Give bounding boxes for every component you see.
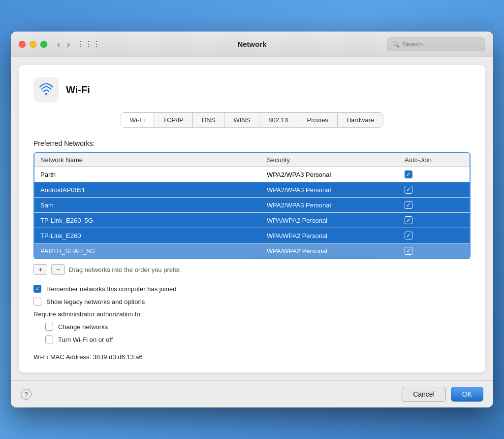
remove-network-button[interactable]: − — [51, 264, 65, 275]
wifi-icon-container — [33, 77, 59, 102]
checkmark-icon: ✓ — [406, 186, 411, 193]
security-value: WPA2/WPA3 Personal — [267, 186, 405, 194]
change-networks-checkbox[interactable] — [45, 323, 53, 331]
tab-hardware[interactable]: Hardware — [338, 113, 383, 127]
auto-join-checkbox[interactable]: ✓ — [405, 247, 412, 255]
mac-address-label: Wi-Fi MAC Address: 38:f9:d3:d6:13:a6 — [33, 353, 143, 361]
remember-networks-row: ✓ Remember networks this computer has jo… — [33, 285, 471, 293]
mac-address-row: Wi-Fi MAC Address: 38:f9:d3:d6:13:a6 — [33, 353, 471, 361]
checkmark-icon: ✓ — [406, 217, 411, 224]
table-row[interactable]: TP-Link_E260 WPA/WPA2 Personal ✓ — [34, 228, 470, 243]
remember-networks-label: Remember networks this computer has join… — [46, 285, 176, 293]
table-row[interactable]: PARTH_SHAH_5G WPA/WPA2 Personal ✓ — [34, 243, 470, 258]
network-name: TP-Link_E260_5G — [40, 217, 267, 224]
turn-wifi-checkbox[interactable] — [45, 336, 53, 343]
ok-button[interactable]: OK — [451, 387, 483, 402]
tab-wins[interactable]: WINS — [224, 113, 259, 127]
wifi-title: Wi-Fi — [66, 84, 90, 96]
drag-hint: Drag networks into the order you prefer. — [69, 266, 182, 273]
add-network-button[interactable]: + — [33, 264, 47, 275]
nav-buttons: ‹ › — [55, 40, 72, 49]
back-button[interactable]: ‹ — [55, 40, 62, 49]
table-row[interactable]: TP-Link_E260_5G WPA/WPA2 Personal ✓ — [34, 213, 470, 228]
forward-button[interactable]: › — [65, 40, 72, 49]
show-legacy-label: Show legacy networks and options — [46, 298, 145, 305]
admin-options: Change networks Turn Wi-Fi on or off — [45, 323, 471, 343]
change-networks-label: Change networks — [58, 323, 108, 331]
security-value: WPA2/WPA3 Personal — [267, 202, 405, 209]
close-button[interactable] — [19, 41, 26, 48]
turn-wifi-label: Turn Wi-Fi on or off — [58, 336, 113, 343]
tab-8021x[interactable]: 802.1X — [259, 113, 298, 127]
table-row[interactable]: Sam WPA2/WPA3 Personal ✓ — [34, 198, 470, 213]
minimize-button[interactable] — [30, 41, 36, 48]
auto-join-checkbox[interactable]: ✓ — [405, 216, 412, 224]
window-title: Network — [237, 40, 266, 48]
network-name: Sam — [40, 202, 267, 209]
col-network-name: Network Name — [40, 156, 267, 164]
network-name: TP-Link_E260 — [40, 232, 267, 239]
maximize-button[interactable] — [40, 41, 47, 48]
grid-button[interactable]: ⋮⋮⋮ — [77, 39, 100, 49]
checkmark-icon: ✓ — [406, 232, 411, 239]
auto-join-checkbox[interactable]: ✓ — [405, 232, 412, 239]
checkmark-icon: ✓ — [406, 202, 411, 208]
table-row[interactable]: AndroidAP0851 WPA2/WPA3 Personal ✓ — [34, 182, 470, 198]
window: ‹ › ⋮⋮⋮ Network 🔍 Wi-Fi — [11, 32, 493, 407]
remember-networks-checkbox[interactable]: ✓ — [33, 285, 41, 293]
tab-proxies[interactable]: Proxies — [298, 113, 338, 127]
auto-join-checkbox[interactable]: ✓ — [405, 170, 412, 178]
security-value: WPA/WPA2 Personal — [267, 247, 405, 255]
show-legacy-checkbox[interactable] — [33, 298, 41, 305]
auto-join-checkbox[interactable]: ✓ — [405, 186, 412, 194]
network-name: PARTH_SHAH_5G — [40, 247, 267, 255]
checkmark-icon: ✓ — [406, 247, 411, 254]
search-box[interactable]: 🔍 — [387, 37, 485, 51]
search-icon: 🔍 — [392, 41, 400, 48]
dialog-content: Wi-Fi Wi-Fi TCP/IP DNS WINS 802.1X Proxi… — [19, 65, 485, 372]
security-value: WPA2/WPA3 Personal — [267, 171, 405, 178]
search-input[interactable] — [403, 40, 480, 48]
cancel-button[interactable]: Cancel — [402, 387, 446, 402]
tab-wifi[interactable]: Wi-Fi — [121, 113, 154, 127]
wifi-header: Wi-Fi — [33, 77, 471, 102]
tab-tcpip[interactable]: TCP/IP — [154, 113, 193, 127]
change-networks-row: Change networks — [45, 323, 471, 331]
traffic-lights — [19, 41, 47, 48]
table-header: Network Name Security Auto-Join — [34, 153, 470, 167]
networks-table: Network Name Security Auto-Join Parth WP… — [33, 152, 471, 259]
network-name: Parth — [40, 171, 267, 178]
security-value: WPA/WPA2 Personal — [267, 232, 405, 239]
security-value: WPA/WPA2 Personal — [267, 217, 405, 224]
checkmark-icon: ✓ — [406, 171, 411, 178]
tab-dns[interactable]: DNS — [193, 113, 224, 127]
titlebar: ‹ › ⋮⋮⋮ Network 🔍 — [11, 32, 493, 57]
wifi-icon — [38, 83, 54, 97]
svg-point-0 — [45, 93, 47, 95]
preferred-networks-label: Preferred Networks: — [33, 139, 471, 147]
show-legacy-row: Show legacy networks and options — [33, 298, 471, 305]
admin-auth-label: Require administrator authorization to: — [33, 310, 471, 318]
table-body: Parth WPA2/WPA3 Personal ✓ AndroidAP0851… — [34, 167, 470, 258]
bottom-bar: ? Cancel OK — [11, 380, 493, 407]
checkmark-icon: ✓ — [35, 286, 40, 292]
turn-wifi-row: Turn Wi-Fi on or off — [45, 336, 471, 343]
tabs-container: Wi-Fi TCP/IP DNS WINS 802.1X Proxies Har… — [121, 112, 384, 128]
add-remove-row: + − Drag networks into the order you pre… — [33, 264, 471, 275]
auto-join-checkbox[interactable]: ✓ — [405, 201, 412, 209]
col-auto-join: Auto-Join — [405, 156, 464, 164]
network-name: AndroidAP0851 — [40, 186, 267, 194]
table-row[interactable]: Parth WPA2/WPA3 Personal ✓ — [34, 167, 470, 182]
col-security: Security — [267, 156, 405, 164]
help-button[interactable]: ? — [21, 389, 32, 400]
